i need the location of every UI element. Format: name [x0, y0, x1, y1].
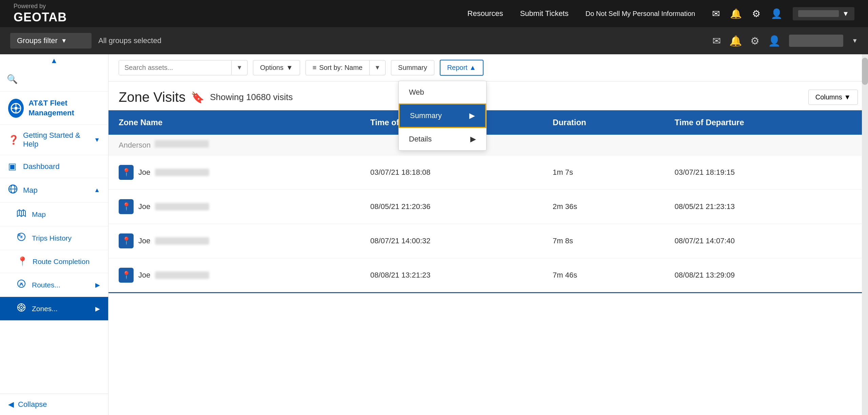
sidebar-item-map[interactable]: Map	[0, 203, 108, 226]
user-icon-bar[interactable]: 👤	[768, 35, 781, 47]
submit-tickets-link[interactable]: Submit Tickets	[520, 9, 569, 18]
sidebar-item-label: Zones...	[32, 305, 58, 313]
groups-filter-bar: Groups filter ▼ All groups selected ✉ 🔔 …	[0, 27, 868, 54]
zone-pin-icon: 📍	[119, 165, 134, 180]
bell-icon-bar[interactable]: 🔔	[729, 35, 742, 47]
chevron-right-white-icon: ▶	[95, 305, 100, 313]
dropdown-item-details[interactable]: Details ▶	[399, 128, 486, 150]
svg-point-21	[21, 307, 22, 308]
sidebar-item-label: Map	[23, 186, 38, 195]
groups-filter-label: Groups filter	[17, 36, 58, 45]
toolbar: ▼ Options ▼ ≡ Sort by: Name ▼ Summary Re…	[108, 54, 868, 81]
col-time-departure: Time of Departure	[665, 110, 868, 135]
sort-button: ≡ Sort by: Name ▼	[305, 60, 386, 75]
sidebar: ▲ 🔍 AT&T Fleet Management ❓ Ge	[0, 54, 108, 415]
zone-pin-icon: 📍	[119, 233, 134, 248]
report-label: Report ▲	[447, 64, 476, 72]
sidebar-item-trips-history[interactable]: Trips History	[0, 226, 108, 250]
table-header: Zone Name Time of Arrival Duration Time …	[108, 110, 868, 135]
zone-name-cell: 📍 Joe	[108, 224, 360, 258]
user-dropdown[interactable]: ▼	[793, 7, 854, 20]
bell-icon[interactable]: 🔔	[730, 8, 742, 19]
bookmark-icon[interactable]: 🔖	[191, 91, 204, 104]
chevron-down-icon: ▼	[94, 136, 100, 144]
zone-name-cell: 📍 Joe	[108, 155, 360, 190]
duration-cell: 7m 46s	[542, 258, 665, 293]
sidebar-item-label: Getting Started & Help	[23, 131, 89, 149]
sidebar-item-dashboard[interactable]: ▣ Dashboard	[0, 155, 108, 178]
columns-label: Columns ▼	[815, 93, 851, 101]
sidebar-item-route-completion[interactable]: 📍 Route Completion	[0, 250, 108, 273]
duration-cell: 7m 8s	[542, 224, 665, 258]
user-dropdown-bar[interactable]	[789, 35, 843, 47]
mail-icon[interactable]: ✉	[712, 8, 720, 19]
collapse-button[interactable]: ◀ Collapse	[0, 394, 108, 415]
zone-pin-icon: 📍	[119, 268, 134, 283]
dropdown-item-web[interactable]: Web	[399, 81, 486, 103]
arrival-cell: 08/05/21 21:20:36	[360, 190, 542, 224]
sidebar-item-map-parent[interactable]: Map ▲	[0, 178, 108, 203]
table-row[interactable]: 📍 Joe 03/07/21 18:18:08 1m 7s 03/07/21 1…	[108, 155, 868, 190]
svg-point-15	[18, 234, 20, 236]
search-assets-input[interactable]	[119, 60, 231, 75]
sidebar-scroll-up[interactable]: ▲	[0, 54, 108, 67]
search-dropdown-arrow-icon[interactable]: ▼	[231, 61, 247, 75]
scroll-thumb[interactable]	[862, 58, 868, 85]
zone-pin-icon: 📍	[119, 199, 134, 214]
web-label: Web	[409, 88, 424, 97]
sort-arrow-icon[interactable]: ▼	[370, 61, 385, 75]
dashboard-icon: ▣	[8, 161, 18, 172]
collapse-arrow-icon: ◀	[8, 400, 14, 409]
gear-icon-bar[interactable]: ⚙	[750, 35, 760, 47]
departure-cell: 08/07/21 14:07:40	[665, 224, 868, 258]
summary-button[interactable]: Summary	[391, 60, 434, 75]
main-layout: ▲ 🔍 AT&T Fleet Management ❓ Ge	[0, 54, 868, 415]
gear-icon[interactable]: ⚙	[752, 8, 761, 19]
groups-bar-right-icons: ✉ 🔔 ⚙ 👤 ▼	[712, 35, 858, 47]
page-title-row: Zone Visits 🔖 Showing 10680 visits	[119, 90, 293, 105]
sidebar-item-routes[interactable]: Routes... ▶	[0, 273, 108, 297]
groups-filter-button[interactable]: Groups filter ▼	[10, 33, 92, 49]
sidebar-item-label: Routes...	[32, 281, 60, 289]
departure-cell: 03/07/21 18:19:15	[665, 155, 868, 190]
columns-button[interactable]: Columns ▼	[808, 90, 858, 105]
summary-menu-label: Summary	[410, 111, 442, 120]
sort-label: Sort by: Name	[319, 64, 362, 72]
chevron-right-icon: ▶	[469, 111, 475, 120]
geotab-brand: GEOTAB	[14, 10, 67, 24]
sidebar-item-zones[interactable]: Zones... ▶	[0, 297, 108, 321]
table-row[interactable]: 📍 Joe 08/07/21 14:00:32 7m 8s 08/07/21 1…	[108, 224, 868, 258]
col-zone-name: Zone Name	[108, 110, 360, 135]
arrival-cell: 08/07/21 14:00:32	[360, 224, 542, 258]
map-icon	[8, 184, 18, 196]
report-dropdown: Web Summary ▶ Details ▶	[398, 81, 487, 151]
table-row[interactable]: 📍 Joe 08/05/21 21:20:36 2m 36s 08/05/21 …	[108, 190, 868, 224]
table-row[interactable]: 📍 Joe 08/08/21 13:21:23 7m 46s 08/08/21 …	[108, 258, 868, 293]
details-label: Details	[409, 135, 432, 144]
brand-section: AT&T Fleet Management	[0, 92, 108, 125]
sidebar-item-getting-started[interactable]: ❓ Getting Started & Help ▼	[0, 125, 108, 155]
arrival-cell: 08/08/21 13:21:23	[360, 258, 542, 293]
brand-logo-icon	[8, 99, 24, 118]
user-icon[interactable]: 👤	[771, 8, 783, 19]
report-button[interactable]: Report ▲	[440, 60, 484, 76]
do-not-sell-link[interactable]: Do Not Sell My Personal Information	[586, 10, 695, 18]
chevron-right-icon: ▶	[470, 135, 476, 144]
sort-main-button[interactable]: ≡ Sort by: Name	[306, 60, 370, 75]
top-nav-right: Resources Submit Tickets Do Not Sell My …	[468, 7, 854, 20]
table-body: Anderson 📍 Joe 03/07/21 18:18:08	[108, 135, 868, 293]
search-box: ▼	[119, 60, 248, 75]
chevron-right-icon: ▶	[95, 281, 100, 289]
dropdown-item-summary[interactable]: Summary ▶	[399, 103, 486, 128]
svg-point-14	[21, 236, 22, 238]
resources-link[interactable]: Resources	[468, 9, 503, 18]
route-icon: 📍	[17, 256, 28, 267]
search-icon[interactable]: 🔍	[7, 74, 18, 84]
mail-icon-bar[interactable]: ✉	[712, 35, 721, 47]
chevron-up-icon: ▲	[94, 187, 100, 194]
scrollbar[interactable]	[862, 54, 868, 415]
visits-count: Showing 10680 visits	[210, 92, 293, 102]
group-row-anderson: Anderson	[108, 135, 868, 155]
duration-cell: 2m 36s	[542, 190, 665, 224]
options-button[interactable]: Options ▼	[253, 60, 300, 75]
